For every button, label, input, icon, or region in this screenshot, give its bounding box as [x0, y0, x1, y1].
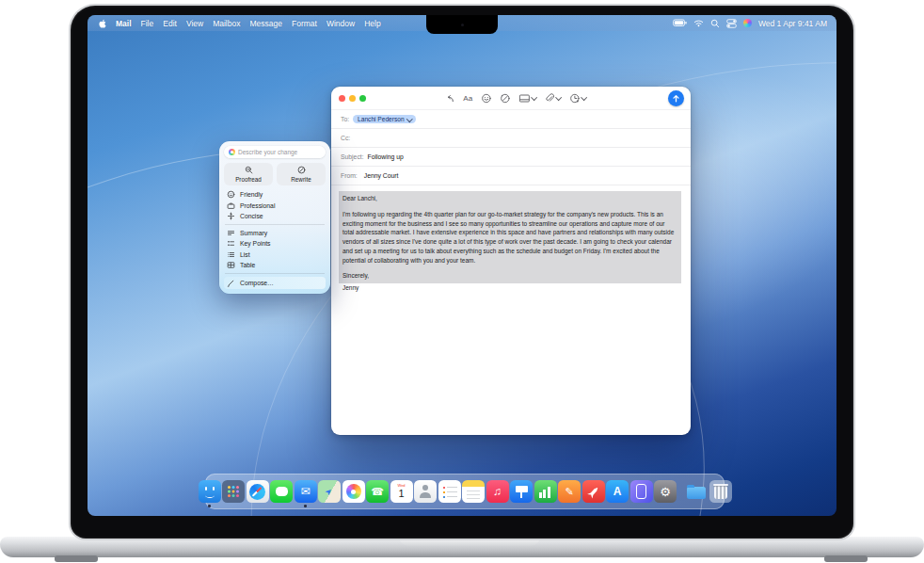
from-label: From: — [341, 172, 358, 179]
macbook-foot-right — [824, 555, 868, 562]
apple-menu-icon[interactable] — [97, 18, 106, 29]
emoji-icon[interactable] — [481, 93, 491, 104]
writing-tools-icon[interactable] — [500, 93, 510, 104]
dock-downloads-folder-icon[interactable] — [685, 480, 708, 503]
menu-mail[interactable]: Mail — [116, 19, 132, 28]
dock-photos-icon[interactable] — [343, 480, 365, 503]
dock-system-settings-icon[interactable]: ⚙ — [654, 480, 677, 503]
dock-notes-icon[interactable] — [462, 480, 485, 503]
writing-tools-option-table[interactable]: Table — [224, 260, 326, 271]
writing-tools-option-key-points[interactable]: Key Points — [224, 238, 326, 249]
zoom-window-button[interactable] — [359, 95, 366, 102]
compose-pencil-icon — [227, 279, 235, 287]
to-field[interactable]: To: Lanchi Pederson — [331, 110, 691, 129]
bullet-list-icon — [227, 250, 235, 259]
dock-reminders-icon[interactable] — [438, 480, 461, 503]
option-label: Professional — [240, 202, 275, 209]
send-arrow-up-icon — [672, 94, 680, 103]
rewrite-button[interactable]: Rewrite — [277, 163, 326, 185]
dock-trash-icon[interactable] — [709, 480, 732, 503]
running-indicator — [208, 505, 211, 507]
writing-tools-option-concise[interactable]: Concise — [224, 211, 326, 222]
control-center-icon[interactable] — [726, 19, 737, 28]
summary-lines-icon — [227, 229, 235, 237]
wifi-icon[interactable] — [693, 19, 704, 27]
body-closing: Sincerely, — [343, 271, 677, 281]
photo-browser-button[interactable] — [518, 93, 536, 104]
dock-phone-icon[interactable]: ☎ — [366, 480, 389, 503]
mail-compose-window: Aa — [331, 87, 691, 435]
proofread-magnifier-icon — [245, 166, 253, 174]
dock-contacts-icon[interactable] — [414, 480, 437, 503]
desktop: Mail File Edit View Mailbox Message Form… — [88, 15, 836, 516]
menu-mailbox[interactable]: Mailbox — [213, 19, 240, 28]
macbook-screenshot: Mail File Edit View Mailbox Message Form… — [0, 0, 924, 563]
from-value: Jenny Court — [364, 172, 399, 179]
describe-change-placeholder: Describe your change — [238, 149, 297, 155]
siri-icon[interactable] — [743, 19, 752, 27]
dock-iphone-mirroring-icon[interactable] — [630, 480, 653, 503]
chevron-down-icon — [556, 94, 562, 100]
menu-bar-clock[interactable]: Wed 1 Apr 9:41 AM — [758, 19, 827, 28]
menu-help[interactable]: Help — [364, 19, 380, 28]
dock-app-store-icon[interactable]: A — [606, 480, 629, 503]
close-window-button[interactable] — [339, 95, 345, 102]
writing-tools-popup: Describe your change Proofread Rewrite — [219, 141, 330, 294]
recipient-name: Lanchi Pederson — [358, 116, 405, 122]
selected-text-highlight: Dear Lanchi, I'm following up regarding … — [339, 191, 681, 283]
subject-label: Subject: — [341, 153, 364, 160]
format-text-button[interactable]: Aa — [463, 94, 472, 103]
dock-pages-icon[interactable]: ✎ — [558, 480, 581, 503]
option-label: List — [240, 251, 250, 258]
recipient-token[interactable]: Lanchi Pederson — [353, 115, 416, 123]
undo-icon[interactable] — [444, 93, 454, 104]
option-label: Table — [240, 262, 255, 268]
option-label: Summary — [240, 230, 267, 236]
writing-tools-option-friendly[interactable]: Friendly — [224, 189, 326, 201]
chevron-down-icon — [581, 94, 586, 100]
writing-tools-option-compose[interactable]: Compose… — [224, 277, 326, 289]
send-button[interactable] — [668, 90, 684, 106]
dock-calendar-icon[interactable]: Wed1 — [390, 480, 413, 503]
dock-mail-icon[interactable]: ✉ — [295, 480, 317, 503]
option-label: Concise — [240, 213, 263, 219]
dock-finder-icon[interactable] — [199, 480, 221, 503]
search-icon[interactable] — [710, 19, 720, 28]
proofread-button[interactable]: Proofread — [224, 163, 273, 185]
macbook-foot-left — [55, 555, 98, 562]
schedule-send-button[interactable] — [569, 93, 586, 104]
subject-value: Following up — [368, 153, 404, 160]
dock-messages-icon[interactable] — [270, 480, 293, 503]
writing-tools-option-professional[interactable]: Professional — [224, 201, 326, 212]
dock-keynote-icon[interactable] — [510, 480, 533, 503]
dock-rocket-app-icon[interactable] — [582, 480, 605, 503]
attach-file-button[interactable] — [545, 93, 562, 104]
window-titlebar[interactable]: Aa — [331, 87, 691, 110]
battery-icon[interactable] — [673, 19, 687, 27]
compress-icon — [227, 212, 235, 220]
subject-field[interactable]: Subject: Following up — [331, 148, 691, 167]
describe-change-input[interactable]: Describe your change — [224, 146, 326, 158]
from-field[interactable]: From: Jenny Court — [331, 167, 691, 185]
dock-safari-icon[interactable] — [247, 480, 269, 503]
message-body[interactable]: Dear Lanchi, I'm following up regarding … — [331, 185, 691, 293]
menu-format[interactable]: Format — [292, 19, 317, 28]
writing-tools-option-list[interactable]: List — [224, 249, 326, 261]
dock-maps-icon[interactable]: ➤ — [318, 480, 341, 503]
menu-message[interactable]: Message — [249, 19, 282, 28]
menu-file[interactable]: File — [141, 19, 154, 28]
menu-window[interactable]: Window — [327, 19, 355, 28]
body-greeting: Dear Lanchi, — [343, 194, 677, 203]
menu-divider — [225, 273, 325, 274]
dock-music-icon[interactable]: ♫ — [486, 480, 509, 503]
key-points-icon — [227, 239, 235, 248]
dock-numbers-icon[interactable] — [534, 480, 557, 503]
chevron-down-icon — [531, 94, 536, 100]
running-indicator — [304, 505, 307, 507]
writing-tools-option-summary[interactable]: Summary — [224, 228, 326, 239]
cc-field[interactable]: Cc: — [331, 129, 691, 148]
minimize-window-button[interactable] — [349, 95, 356, 102]
dock-launchpad-icon[interactable] — [222, 480, 245, 503]
menu-edit[interactable]: Edit — [163, 19, 177, 28]
menu-view[interactable]: View — [186, 19, 203, 28]
